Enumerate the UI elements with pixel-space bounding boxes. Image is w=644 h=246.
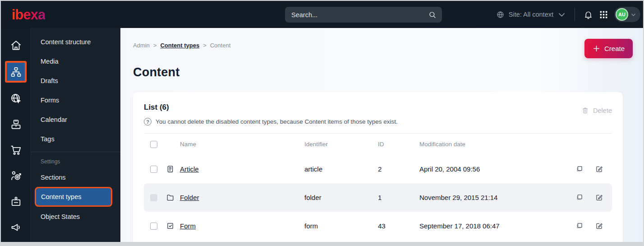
breadcrumb-separator: > (153, 42, 157, 49)
cell-modified: November 29, 2015 21:14 (419, 194, 575, 201)
content-type-link[interactable]: Form (180, 222, 196, 230)
row-checkbox[interactable] (150, 223, 157, 230)
cart-icon (10, 144, 22, 156)
globe-cursor-icon (10, 93, 22, 105)
delete-button-label: Delete (593, 107, 612, 114)
sidebar-item-media[interactable]: Media (31, 51, 120, 71)
globe-icon (496, 10, 505, 19)
cell-identifier: form (304, 222, 378, 230)
ibexa-logo[interactable]: ibexa (12, 8, 45, 22)
trash-icon (581, 107, 589, 114)
cell-id: 43 (378, 222, 419, 230)
search-icon (428, 11, 437, 19)
rail-item-site[interactable] (5, 88, 27, 108)
person-target-icon (10, 170, 22, 182)
rail-item-commerce[interactable] (5, 140, 27, 160)
menu-separator (31, 152, 120, 152)
rail-item-marketing[interactable] (5, 217, 27, 237)
edit-icon[interactable] (595, 222, 612, 230)
content-type-link[interactable]: Article (180, 165, 199, 173)
column-header-modified: Modification date (419, 141, 575, 148)
search-input[interactable] (291, 11, 428, 19)
row-checkbox-disabled (150, 194, 157, 201)
copy-icon[interactable] (575, 165, 595, 173)
table-header-row: Name Identifier ID Modification date (144, 134, 612, 155)
list-title: List (6) (144, 103, 398, 112)
sitemap-icon (10, 66, 22, 78)
cell-id: 1 (378, 194, 419, 201)
breadcrumb-current: Content (210, 42, 231, 49)
app-window: ibexa Site: All context (0, 0, 644, 246)
question-circle-icon: ? (144, 118, 152, 125)
cell-modified: April 20, 2004 09:56 (419, 165, 575, 173)
sidebar-menu: Content structure Media Drafts Forms Cal… (31, 28, 120, 245)
notifications-bell-icon[interactable] (584, 10, 593, 19)
home-icon (10, 39, 22, 51)
cell-identifier: article (304, 165, 378, 173)
content-types-card: List (6) ? You cannot delete the disable… (133, 92, 623, 245)
sidebar-item-content-types[interactable]: Content types (35, 187, 112, 207)
global-search[interactable] (285, 7, 442, 23)
main-content: Admin > Content types > Content Create C… (120, 28, 643, 245)
boxes-icon (10, 118, 22, 130)
column-header-id: ID (378, 141, 419, 148)
id-badge-icon (10, 195, 22, 208)
sidebar-item-object-states[interactable]: Object States (31, 207, 120, 226)
apps-grid-icon[interactable] (599, 10, 608, 19)
sidebar-item-calendar[interactable]: Calendar (31, 110, 120, 129)
chevron-down-icon (557, 10, 566, 19)
delete-button[interactable]: Delete (581, 107, 612, 114)
sidebar-item-sections[interactable]: Sections (31, 167, 120, 187)
window-bottom-edge (1, 242, 643, 245)
copy-icon[interactable] (575, 222, 595, 230)
megaphone-icon (10, 221, 22, 233)
chevron-down-icon (630, 12, 636, 18)
sidebar-item-content-structure[interactable]: Content structure (31, 32, 120, 51)
content-type-link[interactable]: Folder (180, 194, 199, 201)
form-checkbox-icon (166, 222, 180, 230)
settings-section-label: Settings (31, 156, 120, 167)
create-button[interactable]: Create (584, 39, 633, 58)
list-info-text: You cannot delete the disabled content t… (156, 118, 398, 125)
column-header-identifier: Identifier (304, 141, 378, 148)
plus-icon (593, 45, 600, 52)
rail-item-personalization[interactable] (5, 166, 27, 186)
table-row: Article article 2 April 20, 2004 09:56 (144, 155, 612, 183)
rail-item-dashboard[interactable] (5, 35, 27, 55)
page-title: Content (133, 65, 633, 79)
topbar-right-cluster: Site: All context AU (496, 1, 640, 28)
icon-rail (1, 28, 31, 245)
sidebar-item-forms[interactable]: Forms (31, 90, 120, 110)
edit-icon[interactable] (595, 193, 612, 202)
list-info: ? You cannot delete the disabled content… (144, 118, 398, 125)
top-bar: ibexa Site: All context (1, 1, 643, 28)
sidebar-item-tags[interactable]: Tags (31, 129, 120, 149)
breadcrumb: Admin > Content types > Content (133, 42, 230, 49)
copy-icon[interactable] (575, 193, 595, 202)
column-header-name: Name (180, 141, 304, 148)
topbar-divider (575, 8, 575, 21)
select-all-checkbox[interactable] (150, 141, 157, 148)
site-context-label: Site: All context (509, 11, 553, 18)
user-avatar: AU (616, 8, 628, 21)
site-context-selector[interactable]: Site: All context (496, 10, 566, 19)
folder-icon (166, 193, 180, 202)
cell-id: 2 (378, 165, 419, 173)
article-document-icon (166, 165, 180, 173)
sidebar-item-drafts[interactable]: Drafts (31, 71, 120, 90)
cell-identifier: folder (304, 194, 378, 201)
user-menu[interactable]: AU (614, 7, 640, 22)
cell-modified: September 17, 2018 06:47 (419, 222, 575, 230)
create-button-label: Create (604, 45, 625, 52)
table-row: Folder folder 1 November 29, 2015 21:14 (144, 183, 612, 212)
edit-icon[interactable] (595, 165, 612, 173)
breadcrumb-admin: Admin (133, 42, 150, 49)
rail-item-admin[interactable] (5, 191, 27, 211)
rail-item-content-structure[interactable] (5, 61, 27, 83)
rail-item-product-catalog[interactable] (5, 114, 27, 134)
breadcrumb-separator: > (203, 42, 207, 49)
row-checkbox[interactable] (150, 166, 157, 173)
table-row: Form form 43 September 17, 2018 06:47 (144, 212, 612, 240)
breadcrumb-content-types-link[interactable]: Content types (160, 42, 199, 49)
